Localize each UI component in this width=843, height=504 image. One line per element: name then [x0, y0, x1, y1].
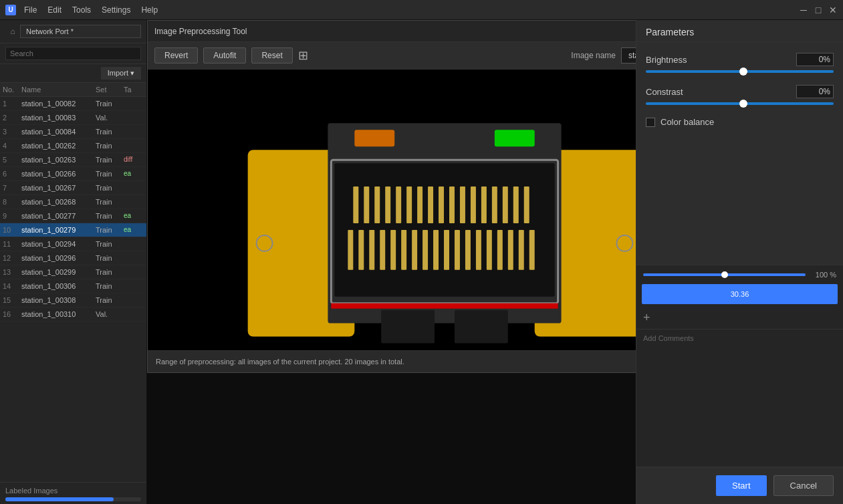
table-row[interactable]: 5 station_1_00263 Train diff	[0, 153, 146, 167]
svg-rect-33	[529, 230, 535, 270]
svg-rect-48	[503, 186, 508, 223]
row-tag: ea	[124, 226, 144, 234]
svg-rect-41	[428, 186, 433, 223]
contrast-value-input[interactable]	[796, 85, 834, 98]
modules-slider-thumb[interactable]	[721, 271, 728, 278]
table-row[interactable]: 11 station_1_00294 Train	[0, 237, 146, 251]
row-no: 12	[3, 254, 21, 262]
modules-area: 100 % 30.36 + Add Comments	[636, 265, 843, 467]
svg-rect-29	[487, 230, 492, 270]
start-button[interactable]: Start	[716, 475, 766, 496]
row-name: station_1_00267	[21, 184, 96, 192]
svg-rect-25	[444, 230, 449, 270]
progress-bar-wrap	[5, 497, 141, 501]
menu-help[interactable]: Help	[141, 5, 158, 15]
svg-rect-44	[460, 186, 465, 223]
table-row[interactable]: 8 station_1_00268 Train	[0, 195, 146, 209]
svg-rect-20	[390, 230, 396, 270]
row-set: Train	[96, 282, 124, 290]
row-tag: ea	[124, 212, 144, 220]
svg-rect-36	[374, 186, 380, 223]
row-tag	[124, 282, 144, 290]
autofit-button[interactable]: Autofit	[203, 47, 246, 64]
color-balance-row: Color balance	[646, 117, 834, 127]
maximize-button[interactable]: □	[814, 5, 823, 15]
table-row[interactable]: 10 station_1_00279 Train ea	[0, 223, 146, 237]
table-row[interactable]: 1 station_1_00082 Train	[0, 97, 146, 111]
row-tag	[124, 268, 144, 276]
row-no: 1	[3, 100, 21, 108]
table-row[interactable]: 13 station_1_00299 Train	[0, 265, 146, 279]
row-name: station_1_00308	[21, 296, 96, 304]
svg-rect-28	[476, 230, 481, 270]
col-no-header: No.	[3, 86, 21, 94]
row-set: Train	[96, 240, 124, 248]
col-name-header: Name	[21, 86, 96, 94]
modules-slider[interactable]	[643, 273, 806, 276]
table-row[interactable]: 16 station_1_00310 Val.	[0, 307, 146, 322]
color-balance-checkbox[interactable]	[646, 118, 655, 127]
menu-settings[interactable]: Settings	[102, 5, 130, 15]
table-row[interactable]: 4 station_1_00262 Train	[0, 139, 146, 153]
add-comment-area: Add Comments	[636, 329, 843, 347]
svg-rect-37	[385, 186, 390, 223]
brightness-slider-thumb[interactable]	[739, 68, 747, 76]
row-set: Train	[96, 184, 124, 192]
table-row[interactable]: 3 station_1_00084 Train	[0, 125, 146, 139]
import-button[interactable]: Import ▾	[101, 67, 141, 80]
svg-rect-50	[524, 186, 529, 223]
svg-rect-34	[353, 186, 358, 223]
svg-rect-21	[401, 230, 406, 270]
params-title: Parameters	[646, 27, 834, 37]
minimize-button[interactable]: ─	[799, 5, 808, 15]
revert-button[interactable]: Revert	[154, 47, 198, 64]
row-set: Train	[96, 296, 124, 304]
reset-button[interactable]: Reset	[251, 47, 292, 64]
table-row[interactable]: 7 station_1_00267 Train	[0, 181, 146, 195]
contrast-slider[interactable]	[646, 102, 834, 105]
add-comment-text: Add Comments	[643, 334, 694, 342]
table-row[interactable]: 14 station_1_00306 Train	[0, 279, 146, 293]
row-no: 5	[3, 156, 21, 164]
svg-rect-46	[481, 186, 487, 223]
parameters-panel: Parameters Brightness	[636, 20, 843, 504]
row-tag: diff	[124, 156, 144, 164]
row-name: station_1_00262	[21, 142, 96, 150]
menu-edit[interactable]: Edit	[47, 5, 62, 15]
row-set: Train	[96, 170, 124, 178]
cancel-button[interactable]: Cancel	[773, 475, 834, 496]
table-body: 1 station_1_00082 Train 2 station_1_0008…	[0, 97, 146, 482]
home-icon[interactable]: ⌂	[5, 24, 20, 39]
menu-file[interactable]: File	[24, 5, 37, 15]
row-name: station_1_00266	[21, 170, 96, 178]
close-button[interactable]: ✕	[828, 5, 838, 15]
table-row[interactable]: 15 station_1_00308 Train	[0, 293, 146, 307]
col-set-header: Set	[96, 86, 124, 94]
row-name: station_1_00299	[21, 268, 96, 276]
row-set: Train	[96, 254, 124, 262]
contrast-label-row: Constrast	[646, 85, 834, 98]
contrast-slider-thumb[interactable]	[739, 100, 747, 108]
table-row[interactable]: 2 station_1_00083 Val.	[0, 111, 146, 125]
row-set: Train	[96, 198, 124, 206]
table-row[interactable]: 9 station_1_00277 Train ea	[0, 209, 146, 223]
row-name: station_1_00083	[21, 114, 96, 122]
row-tag: ea	[124, 170, 144, 178]
row-no: 6	[3, 170, 21, 178]
color-balance-label: Color balance	[660, 117, 714, 127]
row-tag	[124, 254, 144, 262]
svg-rect-27	[465, 230, 471, 270]
modules-blue-bar: 30.36	[642, 284, 838, 304]
table-row[interactable]: 6 station_1_00266 Train ea	[0, 167, 146, 181]
svg-rect-40	[417, 186, 423, 223]
row-set: Train	[96, 268, 124, 276]
brightness-slider[interactable]	[646, 70, 834, 73]
network-port-tab[interactable]: Network Port *	[20, 25, 141, 38]
menu-tools[interactable]: Tools	[72, 5, 91, 15]
add-plus-icon[interactable]: +	[643, 311, 650, 325]
brightness-value-input[interactable]	[796, 53, 834, 66]
svg-rect-53	[455, 310, 508, 344]
table-row[interactable]: 12 station_1_00296 Train	[0, 251, 146, 265]
search-input[interactable]	[5, 47, 141, 60]
split-view-icon[interactable]: ⊞	[298, 48, 308, 63]
